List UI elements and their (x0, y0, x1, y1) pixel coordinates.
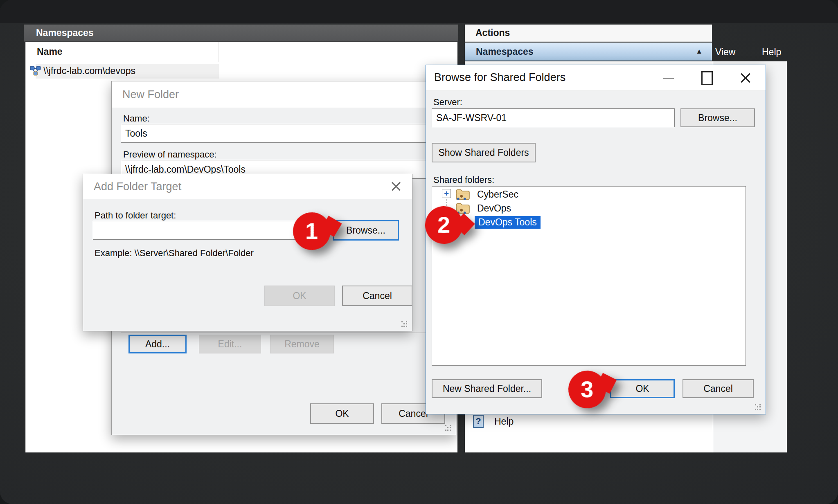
shared-folder-item[interactable]: DevOps (432, 201, 743, 215)
menu-help[interactable]: Help (762, 47, 781, 58)
close-icon[interactable] (389, 180, 403, 194)
actions-pane-header: Actions (465, 25, 712, 42)
server-browse-button[interactable]: Browse... (680, 108, 755, 127)
top-shade (0, 0, 838, 23)
server-input[interactable] (432, 108, 675, 127)
new-folder-title: New Folder (112, 88, 179, 101)
browse-dialog-ok-button[interactable]: OK (610, 379, 675, 398)
folder-name-input[interactable] (121, 124, 448, 143)
remove-target-button: Remove (270, 335, 334, 353)
example-text: Example: \\Server\Shared Folder\Folder (95, 248, 254, 259)
add-target-ok-button: OK (264, 286, 335, 306)
shared-folder-icon (455, 188, 471, 201)
namespace-tree-item[interactable]: \\jfrdc-lab.com\devops (26, 64, 239, 79)
dfs-namespace-icon (29, 65, 42, 77)
server-label: Server: (433, 97, 462, 108)
browse-dialog-cancel-button[interactable]: Cancel (683, 379, 754, 398)
name-label: Name: (123, 113, 150, 124)
namespaces-pane-header: Namespaces (24, 25, 458, 42)
shared-folders-list: + CyberSec DevOps (432, 186, 746, 366)
help-question-icon: ? (473, 415, 484, 428)
maximize-icon[interactable] (698, 70, 716, 86)
shared-folder-item-selected[interactable]: DevOps Tools (432, 215, 743, 229)
minimize-icon[interactable] (660, 70, 677, 86)
add-folder-target-title: Add Folder Target (83, 180, 389, 193)
collapse-arrow-icon[interactable]: ▲ (696, 47, 703, 56)
shared-folder-item[interactable]: CyberSec (432, 187, 743, 201)
add-folder-target-titlebar[interactable]: Add Folder Target (83, 174, 412, 199)
new-folder-ok-button[interactable]: OK (310, 403, 374, 424)
preview-label: Preview of namespace: (123, 149, 217, 160)
browse-shared-folders-dialog: Browse for Shared Folders Server: Browse… (426, 65, 766, 414)
path-label: Path to folder target: (95, 210, 176, 221)
menu-view[interactable]: View (715, 47, 735, 58)
new-folder-titlebar[interactable]: New Folder (112, 81, 456, 108)
shared-folders-label: Shared folders: (433, 175, 494, 185)
screenshot-frame: View Help Namespaces Name \\jfrdc-lab.co… (0, 0, 838, 504)
folder-targets-list-edge (121, 333, 448, 333)
close-icon[interactable] (737, 70, 754, 86)
resize-grip[interactable] (401, 321, 408, 328)
path-to-folder-target-input[interactable] (93, 221, 311, 240)
actions-help-item[interactable]: ? Help (473, 415, 514, 428)
add-target-button[interactable]: Add... (128, 335, 187, 353)
name-column-header[interactable]: Name (26, 42, 219, 62)
add-target-cancel-button[interactable]: Cancel (342, 286, 412, 306)
namespace-path-label: \\jfrdc-lab.com\devops (43, 65, 135, 76)
browse-target-button[interactable]: Browse... (333, 220, 399, 241)
resize-grip[interactable] (755, 404, 761, 411)
show-shared-folders-button[interactable]: Show Shared Folders (432, 143, 536, 162)
resize-grip[interactable] (445, 425, 452, 432)
namespaces-pane-title: Namespaces (36, 27, 94, 38)
actions-group-namespaces[interactable]: Namespaces ▲ (465, 43, 712, 61)
new-shared-folder-button[interactable]: New Shared Folder... (432, 379, 542, 398)
edit-target-button: Edit... (199, 335, 261, 353)
add-folder-target-dialog: Add Folder Target Path to folder target:… (83, 174, 412, 331)
